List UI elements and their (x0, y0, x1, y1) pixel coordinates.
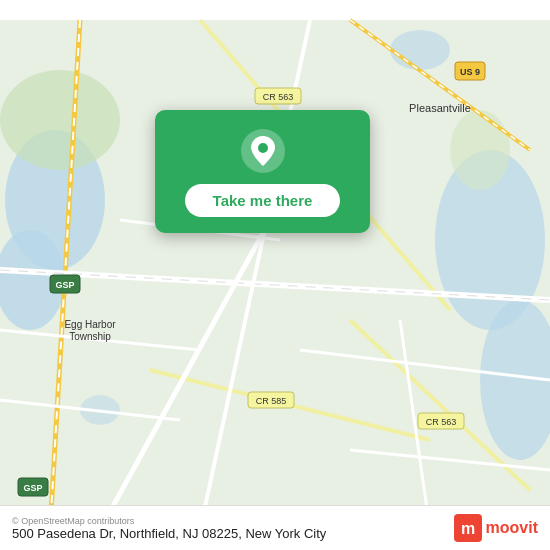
svg-point-5 (390, 30, 450, 70)
svg-text:US 9: US 9 (460, 67, 480, 77)
svg-point-7 (0, 70, 120, 170)
svg-text:m: m (460, 520, 474, 537)
svg-text:Pleasantville: Pleasantville (409, 102, 471, 114)
moovit-logo: m moovit (454, 514, 538, 542)
map-background: GSP GSP CR 563 CR 563 CR 585 US 9 Pleasa… (0, 0, 550, 550)
bottom-left-info: © OpenStreetMap contributors 500 Paseden… (12, 516, 326, 541)
address-label: 500 Pasedena Dr, Northfield, NJ 08225, N… (12, 526, 326, 541)
svg-text:CR 563: CR 563 (426, 417, 457, 427)
svg-text:CR 585: CR 585 (256, 396, 287, 406)
navigation-card: Take me there (155, 110, 370, 233)
take-me-there-button[interactable]: Take me there (185, 184, 341, 217)
osm-attribution: © OpenStreetMap contributors (12, 516, 326, 526)
svg-text:CR 563: CR 563 (263, 92, 294, 102)
location-pin-icon (240, 128, 286, 174)
svg-text:Township: Township (69, 331, 111, 342)
svg-point-8 (450, 110, 510, 190)
bottom-bar: © OpenStreetMap contributors 500 Paseden… (0, 505, 550, 550)
svg-point-42 (258, 143, 268, 153)
moovit-wordmark: moovit (486, 519, 538, 537)
map-container: GSP GSP CR 563 CR 563 CR 585 US 9 Pleasa… (0, 0, 550, 550)
svg-text:Egg Harbor: Egg Harbor (64, 319, 116, 330)
svg-text:GSP: GSP (55, 280, 74, 290)
svg-text:GSP: GSP (23, 483, 42, 493)
moovit-icon: m (454, 514, 482, 542)
